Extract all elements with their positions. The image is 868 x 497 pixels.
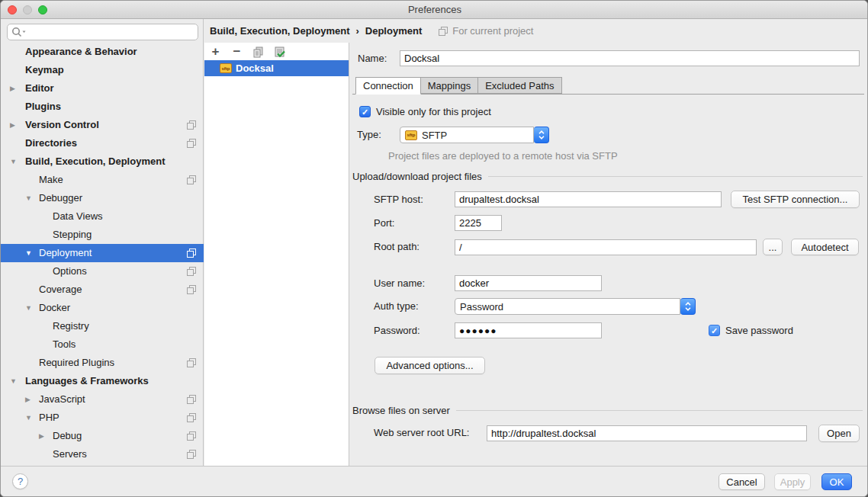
sidebar-item-label: Plugins	[25, 101, 61, 112]
project-scope-icon	[439, 27, 448, 36]
use-as-default-button[interactable]	[273, 46, 286, 59]
sidebar-item-label: Directories	[25, 137, 77, 149]
name-label: Name:	[358, 50, 387, 66]
sidebar-item-label: Coverage	[39, 284, 82, 295]
settings-tree: Appearance & BehaviorKeymap▶EditorPlugin…	[1, 43, 204, 463]
chevron-right-icon[interactable]: ▶	[10, 79, 15, 98]
cancel-button[interactable]: Cancel	[719, 473, 765, 490]
sidebar-item-label: JavaScript	[39, 393, 85, 405]
type-hint: Project files are deployed to a remote h…	[388, 150, 618, 162]
project-scope-icon	[187, 285, 196, 294]
sidebar-item-required-plugins[interactable]: Required Plugins	[1, 354, 204, 372]
user-name-input[interactable]	[455, 275, 602, 291]
sidebar-item-servers[interactable]: Servers	[1, 445, 204, 463]
web-root-label: Web server root URL:	[374, 425, 469, 441]
tab-mappings[interactable]: Mappings	[420, 77, 478, 94]
sidebar-item-languages-frameworks[interactable]: ▼Languages & Frameworks	[1, 372, 204, 390]
browse-root-path-button[interactable]: ...	[763, 239, 783, 255]
sidebar-item-registry[interactable]: Registry	[1, 317, 204, 335]
breadcrumb-section[interactable]: Build, Execution, Deployment	[210, 25, 349, 37]
visible-only-checkbox[interactable]: ✓	[359, 106, 371, 117]
user-name-label: User name:	[374, 275, 425, 291]
project-scope-icon	[187, 248, 196, 258]
sidebar-item-deployment[interactable]: ▼Deployment	[1, 244, 204, 262]
sidebar-item-label: PHP	[39, 412, 59, 423]
chevron-down-icon[interactable]: ▼	[25, 244, 32, 262]
sidebar-item-label: Appearance & Behavior	[25, 46, 137, 57]
copy-server-button[interactable]	[252, 46, 265, 59]
sidebar-item-javascript[interactable]: ▶JavaScript	[1, 390, 204, 409]
sidebar-item-directories[interactable]: Directories	[1, 134, 204, 152]
settings-search[interactable]	[7, 24, 198, 40]
sidebar-item-label: Languages & Frameworks	[25, 375, 149, 386]
sidebar-item-label: Version Control	[25, 119, 99, 130]
sidebar-item-build-execution-deployment[interactable]: ▼Build, Execution, Deployment	[1, 152, 204, 171]
autodetect-button[interactable]: Autodetect	[791, 239, 859, 255]
help-button[interactable]: ?	[12, 473, 28, 489]
password-input[interactable]	[455, 322, 602, 338]
apply-button[interactable]: Apply	[774, 473, 811, 490]
server-list-panel: + − sftp Docksal	[204, 43, 349, 466]
sidebar-item-debug[interactable]: ▶Debug	[1, 427, 204, 445]
sidebar-item-make[interactable]: Make	[1, 171, 204, 189]
sidebar-item-debugger[interactable]: ▼Debugger	[1, 189, 204, 207]
sidebar-item-data-views[interactable]: Data Views	[1, 207, 204, 226]
name-input[interactable]	[400, 50, 860, 66]
server-list-item-docksal[interactable]: sftp Docksal	[204, 60, 349, 76]
sidebar-item-php[interactable]: ▼PHP	[1, 409, 204, 427]
sftp-type-icon: sftp	[405, 130, 417, 140]
sidebar-item-options[interactable]: Options	[1, 262, 204, 281]
type-select[interactable]: sftp SFTP	[400, 127, 549, 143]
project-scope-icon	[187, 175, 196, 184]
add-server-button[interactable]: +	[209, 46, 222, 59]
sidebar-item-coverage[interactable]: Coverage	[1, 281, 204, 299]
tab-excluded-paths[interactable]: Excluded Paths	[477, 77, 561, 94]
type-select-stepper-icon[interactable]	[534, 127, 549, 143]
server-name: Docksal	[236, 63, 274, 74]
sidebar-item-stepping[interactable]: Stepping	[1, 226, 204, 244]
auth-type-select[interactable]: Password	[455, 298, 696, 315]
sidebar-item-docker[interactable]: ▼Docker	[1, 299, 204, 317]
chevron-down-icon[interactable]: ▼	[25, 299, 32, 317]
type-value: SFTP	[422, 130, 447, 141]
chevron-right-icon[interactable]: ▶	[25, 390, 31, 409]
save-password-checkbox[interactable]: ✓	[709, 325, 720, 336]
title-bar: Preferences	[1, 1, 868, 19]
chevron-down-icon[interactable]: ▼	[25, 189, 32, 207]
sftp-host-input[interactable]	[455, 191, 722, 207]
web-root-input[interactable]	[487, 425, 807, 441]
project-scope-icon	[187, 395, 196, 404]
open-url-button[interactable]: Open	[818, 425, 860, 442]
save-password-label: Save password	[725, 322, 793, 338]
chevron-down-icon[interactable]: ▼	[10, 372, 17, 390]
sidebar-item-label: Options	[53, 265, 87, 277]
advanced-options-button[interactable]: Advanced options...	[375, 357, 485, 374]
breadcrumb: Build, Execution, Deployment › Deploymen…	[210, 19, 533, 43]
visible-only-label: Visible only for this project	[376, 104, 491, 120]
test-sftp-connection-button[interactable]: Test SFTP connection...	[731, 191, 860, 208]
root-path-input[interactable]	[455, 239, 757, 255]
project-scope-icon	[187, 120, 196, 130]
sidebar-item-plugins[interactable]: Plugins	[1, 98, 204, 116]
sidebar-item-label: Stepping	[53, 229, 92, 240]
chevron-down-icon[interactable]: ▼	[25, 409, 32, 427]
chevron-down-icon[interactable]: ▼	[10, 152, 17, 171]
sidebar-item-tools[interactable]: Tools	[1, 335, 204, 354]
ok-button[interactable]: OK	[821, 473, 852, 490]
sidebar-item-version-control[interactable]: ▶Version Control	[1, 116, 204, 134]
chevron-right-icon[interactable]: ▶	[10, 116, 15, 134]
sidebar-item-editor[interactable]: ▶Editor	[1, 79, 204, 98]
auth-type-stepper-icon[interactable]	[680, 298, 696, 315]
sidebar-item-label: Tools	[53, 338, 76, 350]
port-input[interactable]	[455, 215, 502, 231]
chevron-right-icon[interactable]: ▶	[39, 427, 44, 445]
upload-section-header: Upload/download project files	[352, 170, 863, 182]
sidebar-item-keymap[interactable]: Keymap	[1, 61, 204, 79]
remove-server-button[interactable]: −	[230, 46, 243, 59]
search-input[interactable]	[27, 25, 194, 39]
preferences-window: Preferences Appearance & BehaviorKeymap▶…	[0, 0, 868, 497]
tab-connection[interactable]: Connection	[355, 77, 421, 95]
scope-label: For current project	[452, 25, 533, 37]
project-scope-icon	[187, 431, 196, 441]
sidebar-item-appearance-behavior[interactable]: Appearance & Behavior	[1, 43, 204, 61]
